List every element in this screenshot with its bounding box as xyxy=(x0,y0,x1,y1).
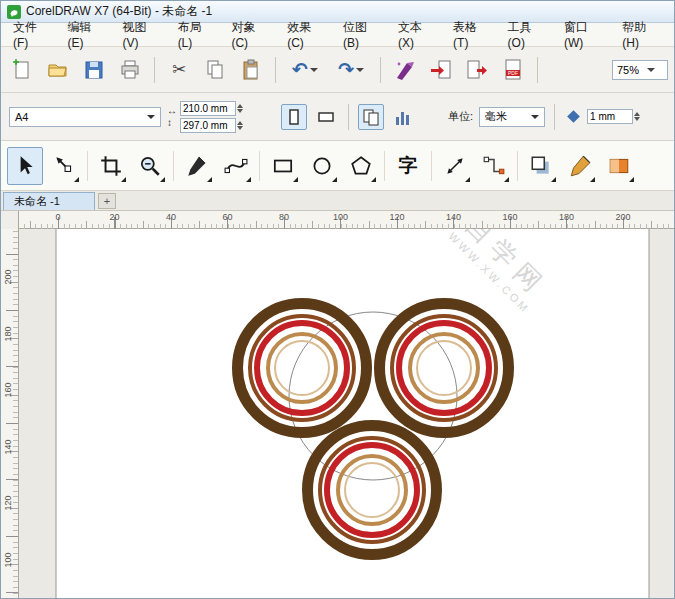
ruler-v-label: 200 xyxy=(3,262,13,292)
nudge-spinner[interactable] xyxy=(634,112,640,121)
toolbox-separator xyxy=(431,151,432,181)
ruler-v-label: 140 xyxy=(3,432,13,462)
menu-file[interactable]: 文件(F) xyxy=(5,16,59,53)
zoom-caret-icon xyxy=(647,68,655,72)
landscape-button[interactable] xyxy=(313,104,339,130)
page-height-input[interactable] xyxy=(180,118,236,133)
undo-dropdown-caret[interactable] xyxy=(310,68,318,72)
ruler-h-label: 180 xyxy=(559,212,574,222)
ruler-h-label: 160 xyxy=(502,212,517,222)
rectangle-tool[interactable] xyxy=(265,147,301,185)
toolbar-separator xyxy=(537,57,538,83)
units-select[interactable]: 毫米 xyxy=(479,107,545,127)
fill-tool[interactable] xyxy=(562,147,598,185)
menu-help[interactable]: 帮助(H) xyxy=(614,16,670,53)
publish-pdf-button[interactable]: PDF xyxy=(498,54,528,86)
print-button[interactable] xyxy=(115,54,145,86)
connector-tool[interactable] xyxy=(476,147,512,185)
bezier-tool[interactable] xyxy=(218,147,254,185)
document-tab-label: 未命名 -1 xyxy=(14,194,60,209)
launcher-button[interactable] xyxy=(390,54,420,86)
copy-button[interactable] xyxy=(200,54,230,86)
main-area: 200 180 160 140 120 100 xyxy=(1,229,674,599)
drop-shadow-tool[interactable] xyxy=(523,147,559,185)
shape-tool[interactable] xyxy=(46,147,82,185)
page-width-spinner[interactable] xyxy=(237,104,243,113)
property-bar: A4 ↔ ↕ xyxy=(1,93,674,141)
interactive-fill-tool-icon xyxy=(607,154,631,178)
redo-dropdown-caret[interactable] xyxy=(356,68,364,72)
page-width-icon: ↔ xyxy=(167,106,177,116)
page-width-input[interactable] xyxy=(180,101,236,116)
nudge-offset-input[interactable] xyxy=(587,109,633,124)
drawing-canvas[interactable]: 自学网 WWW.XW.COM xyxy=(19,229,674,599)
copy-icon xyxy=(203,58,227,82)
open-folder-icon xyxy=(46,58,70,82)
ruler-origin-button[interactable] xyxy=(1,211,19,229)
page-height-icon: ↕ xyxy=(167,118,177,128)
ruler-h-label: 60 xyxy=(222,212,232,222)
horizontal-ruler-track[interactable]: 0 20 40 60 80 100 120 140 160 180 200 xyxy=(19,211,674,229)
portrait-button[interactable] xyxy=(281,104,307,130)
document-tab-active[interactable]: 未命名 -1 xyxy=(3,192,95,210)
fill-tool-icon xyxy=(568,154,592,178)
propbar-separator xyxy=(554,104,555,130)
menu-effects[interactable]: 效果(C) xyxy=(279,16,335,53)
ruler-h-label: 100 xyxy=(333,212,348,222)
units-label: 单位: xyxy=(448,109,473,124)
new-document-icon xyxy=(10,58,34,82)
page-size-select[interactable]: A4 xyxy=(9,107,161,127)
dimension-tool[interactable] xyxy=(437,147,473,185)
horizontal-ruler[interactable]: 0 20 40 60 80 100 120 140 160 180 200 xyxy=(1,211,674,229)
redo-button[interactable]: ↷ xyxy=(331,54,371,86)
ruler-h-label: 140 xyxy=(446,212,461,222)
dimension-icons: ↔ ↕ xyxy=(167,106,177,128)
drawing-scene[interactable] xyxy=(19,229,674,599)
freehand-tool[interactable] xyxy=(179,147,215,185)
page-height-spinner[interactable] xyxy=(237,121,243,130)
import-button[interactable] xyxy=(426,54,456,86)
dimension-tool-icon xyxy=(443,154,467,178)
open-button[interactable] xyxy=(43,54,73,86)
paste-button[interactable] xyxy=(236,54,266,86)
zoom-tool[interactable] xyxy=(132,147,168,185)
menu-object[interactable]: 对象(C) xyxy=(223,16,279,53)
pick-tool[interactable] xyxy=(7,147,43,185)
current-page-button[interactable] xyxy=(390,104,416,130)
vertical-ruler[interactable]: 200 180 160 140 120 100 xyxy=(1,229,19,599)
redo-icon: ↷ xyxy=(338,60,354,79)
cut-button[interactable]: ✂ xyxy=(164,54,194,86)
save-button[interactable] xyxy=(79,54,109,86)
menu-layout[interactable]: 布局(L) xyxy=(170,16,224,53)
menu-table[interactable]: 表格(T) xyxy=(445,16,499,53)
menu-edit[interactable]: 编辑(E) xyxy=(59,16,114,53)
new-document-tab-button[interactable]: + xyxy=(98,193,116,209)
interactive-fill-tool[interactable] xyxy=(601,147,637,185)
crop-tool[interactable] xyxy=(93,147,129,185)
propbar-separator xyxy=(348,104,349,130)
text-tool[interactable]: 字 xyxy=(390,147,426,185)
menu-tools[interactable]: 工具(O) xyxy=(500,16,556,53)
page-dimensions-group: ↔ ↕ xyxy=(167,101,243,133)
bezier-tool-icon xyxy=(224,154,248,178)
menu-bar: 文件(F) 编辑(E) 视图(V) 布局(L) 对象(C) 效果(C) 位图(B… xyxy=(1,23,674,47)
new-document-button[interactable] xyxy=(7,54,37,86)
all-pages-button[interactable] xyxy=(358,104,384,130)
units-value: 毫米 xyxy=(485,109,507,124)
polygon-tool[interactable] xyxy=(343,147,379,185)
units-caret-icon xyxy=(531,115,539,119)
zoom-level-select[interactable]: 75% xyxy=(612,60,668,80)
export-button[interactable] xyxy=(462,54,492,86)
undo-button[interactable]: ↶ xyxy=(285,54,325,86)
document-tab-bar: 未命名 -1 + xyxy=(1,191,674,211)
menu-window[interactable]: 窗口(W) xyxy=(556,16,614,53)
ruler-h-label: 20 xyxy=(109,212,119,222)
menu-view[interactable]: 视图(V) xyxy=(115,16,170,53)
ruler-v-label: 160 xyxy=(3,375,13,405)
menu-text[interactable]: 文本(X) xyxy=(390,16,445,53)
zoom-level-value: 75% xyxy=(617,64,639,76)
ruler-h-label: 120 xyxy=(389,212,404,222)
ruler-h-label: 80 xyxy=(279,212,289,222)
menu-bitmaps[interactable]: 位图(B) xyxy=(335,16,390,53)
ellipse-tool[interactable] xyxy=(304,147,340,185)
